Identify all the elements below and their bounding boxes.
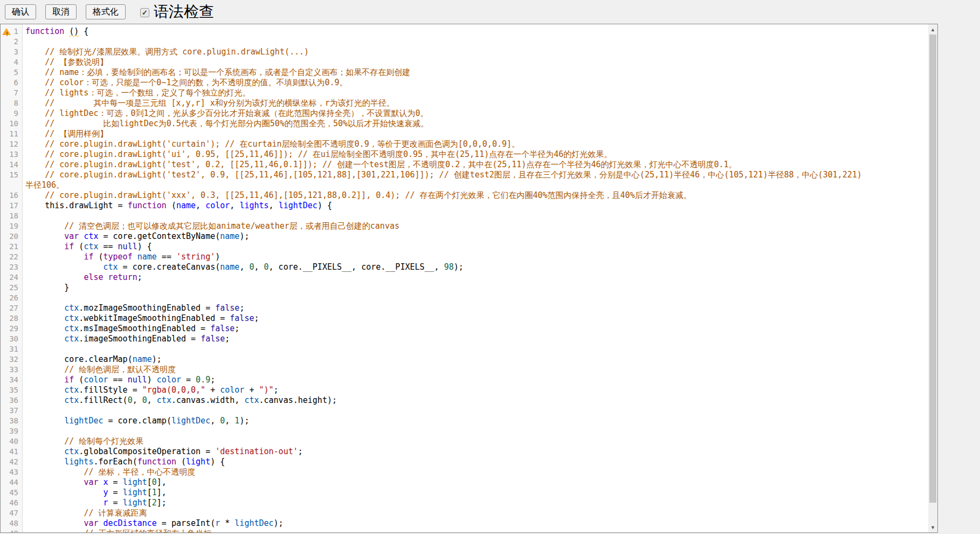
code-line[interactable]: 41 ctx.globalCompositeOperation = 'desti… <box>1 447 928 457</box>
code-line[interactable]: 18 <box>1 211 928 221</box>
code-line[interactable]: 16 // core.plugin.drawLight('xxx', 0.3, … <box>1 190 928 201</box>
code-line[interactable]: 9 // lightDec：可选，0到1之间，光从多少百分比才开始衰减（在此范围… <box>1 108 928 119</box>
format-button[interactable]: 格式化 <box>86 4 126 19</box>
code-text <box>23 426 928 436</box>
code-text: // color：可选，只能是一个0~1之间的数，为不透明度的值。不填则默认为0… <box>23 78 928 88</box>
code-line[interactable]: 14 // core.plugin.drawLight('test', 0.2,… <box>1 160 928 170</box>
syntax-check-label: 语法检查 <box>154 0 214 24</box>
line-gutter: 20 <box>1 231 23 242</box>
code-text: // 正方形区域的直径和左上角坐标 <box>23 529 928 533</box>
code-line[interactable]: 46 r = light[2]; <box>1 498 928 508</box>
line-gutter: 18 <box>1 211 23 221</box>
code-line[interactable]: 15 // core.plugin.drawLight('test2', 0.9… <box>1 170 928 190</box>
code-line[interactable]: 20 var ctx = core.getContextByName(name)… <box>1 231 928 242</box>
code-line[interactable]: 19 // 清空色调层；也可以修改成其它层比如animate/weather层，… <box>1 221 928 231</box>
line-number: 25 <box>9 283 18 293</box>
check-icon: ✓ <box>142 9 148 17</box>
line-gutter: 36 <box>1 395 23 406</box>
scrollbar-thumb[interactable] <box>929 35 936 503</box>
line-number: 33 <box>9 365 18 375</box>
code-line[interactable]: 4 // 【参数说明】 <box>1 57 928 67</box>
code-line[interactable]: 17 this.drawLight = function (name, colo… <box>1 201 928 211</box>
line-gutter: 39 <box>1 426 23 436</box>
syntax-check-checkbox[interactable]: ✓ <box>140 8 149 17</box>
code-line[interactable]: 34 if (color == null) color = 0.9; <box>1 375 928 385</box>
code-line[interactable]: 6 // color：可选，只能是一个0~1之间的数，为不透明度的值。不填则默认… <box>1 78 928 88</box>
line-gutter: 23 <box>1 262 23 272</box>
code-line[interactable]: 33 // 绘制色调层，默认不透明度 <box>1 365 928 375</box>
code-line[interactable]: 5 // name：必填，要绘制到的画布名；可以是一个系统画布，或者是个自定义画… <box>1 67 928 78</box>
code-text <box>23 406 928 416</box>
arrow-up-icon: ▲ <box>930 27 935 32</box>
code-line[interactable]: 8 // 其中每一项是三元组 [x,y,r] x和y分别为该灯光的横纵坐标，r为… <box>1 98 928 108</box>
line-gutter: 43 <box>1 467 23 477</box>
line-number: 1 <box>14 26 18 37</box>
code-line[interactable]: 12 // core.plugin.drawLight('curtain'); … <box>1 139 928 149</box>
code-editor[interactable]: 1function () {23 // 绘制灯光/漆黑层效果。调用方式 core… <box>0 24 938 533</box>
code-line[interactable]: 36 ctx.fillRect(0, 0, ctx.canvas.width, … <box>1 395 928 406</box>
line-gutter: 12 <box>1 139 23 149</box>
code-line[interactable]: 21 if (ctx == null) { <box>1 242 928 252</box>
code-line[interactable]: 35 ctx.fillStyle = "rgba(0,0,0," + color… <box>1 385 928 395</box>
code-text: // core.plugin.drawLight('test2', 0.9, [… <box>23 170 928 190</box>
code-lines[interactable]: 1function () {23 // 绘制灯光/漆黑层效果。调用方式 core… <box>1 26 928 533</box>
line-gutter: 45 <box>1 488 23 498</box>
line-gutter: 49 <box>1 529 23 533</box>
line-gutter: 31 <box>1 344 23 354</box>
code-line[interactable]: 49 // 正方形区域的直径和左上角坐标 <box>1 529 928 533</box>
scroll-down-button[interactable]: ▼ <box>928 523 937 532</box>
code-line[interactable]: 42 lights.forEach(function (light) { <box>1 457 928 467</box>
scroll-up-button[interactable]: ▲ <box>928 25 937 34</box>
code-text: // 绘制灯光/漆黑层效果。调用方式 core.plugin.drawLight… <box>23 47 928 57</box>
code-line[interactable]: 30 ctx.imageSmoothingEnabled = false; <box>1 334 928 344</box>
line-number: 27 <box>9 303 18 313</box>
code-text: if (ctx == null) { <box>23 242 928 252</box>
code-text: var decDistance = parseInt(r * lightDec)… <box>23 518 928 529</box>
code-text: else return; <box>23 272 928 283</box>
code-line[interactable]: 25 } <box>1 283 928 293</box>
line-number: 35 <box>9 385 18 395</box>
code-line[interactable]: 11 // 【调用样例】 <box>1 129 928 139</box>
code-line[interactable]: 32 core.clearMap(name); <box>1 354 928 365</box>
code-line[interactable]: 40 // 绘制每个灯光效果 <box>1 436 928 447</box>
vertical-scrollbar[interactable]: ▲ ▼ <box>928 24 937 532</box>
code-line[interactable]: 1function () { <box>1 26 928 37</box>
line-number: 38 <box>9 416 18 426</box>
code-line[interactable]: 22 if (typeof name == 'string') <box>1 252 928 262</box>
line-gutter: 19 <box>1 221 23 231</box>
code-line[interactable]: 29 ctx.msImageSmoothingEnabled = false; <box>1 324 928 334</box>
code-line[interactable]: 24 else return; <box>1 272 928 283</box>
code-line[interactable]: 48 var decDistance = parseInt(r * lightD… <box>1 518 928 529</box>
code-line[interactable]: 26 <box>1 293 928 303</box>
line-gutter: 3 <box>1 47 23 57</box>
code-line[interactable]: 13 // core.plugin.drawLight('ui', 0.95, … <box>1 149 928 160</box>
line-gutter: 33 <box>1 365 23 375</box>
code-line[interactable]: 28 ctx.webkitImageSmoothingEnabled = fal… <box>1 313 928 324</box>
code-line[interactable]: 44 var x = light[0], <box>1 477 928 488</box>
code-line[interactable]: 10 // 比如lightDec为0.5代表，每个灯光部分内圈50%的范围全亮，… <box>1 119 928 129</box>
cancel-button[interactable]: 取消 <box>45 4 77 19</box>
code-line[interactable]: 31 <box>1 344 928 354</box>
code-text: // 比如lightDec为0.5代表，每个灯光部分内圈50%的范围全亮，50%… <box>23 119 928 129</box>
code-line[interactable]: 38 lightDec = core.clamp(lightDec, 0, 1)… <box>1 416 928 426</box>
code-text: ctx.msImageSmoothingEnabled = false; <box>23 324 928 334</box>
code-text: // lights：可选，一个数组，定义了每个独立的灯光。 <box>23 88 928 98</box>
confirm-button[interactable]: 确认 <box>5 4 36 19</box>
code-line[interactable]: 43 // 坐标，半径，中心不透明度 <box>1 467 928 477</box>
line-gutter: 15 <box>1 170 23 190</box>
line-gutter: 32 <box>1 354 23 365</box>
line-gutter: 44 <box>1 477 23 488</box>
code-line[interactable]: 3 // 绘制灯光/漆黑层效果。调用方式 core.plugin.drawLig… <box>1 47 928 57</box>
line-gutter: 30 <box>1 334 23 344</box>
line-gutter: 14 <box>1 160 23 170</box>
code-line[interactable]: 7 // lights：可选，一个数组，定义了每个独立的灯光。 <box>1 88 928 98</box>
code-line[interactable]: 37 <box>1 406 928 416</box>
code-line[interactable]: 45 y = light[1], <box>1 488 928 498</box>
line-number: 6 <box>14 78 18 88</box>
code-line[interactable]: 23 ctx = core.createCanvas(name, 0, 0, c… <box>1 262 928 272</box>
line-number: 20 <box>9 231 18 242</box>
code-line[interactable]: 39 <box>1 426 928 436</box>
code-line[interactable]: 2 <box>1 37 928 47</box>
code-line[interactable]: 47 // 计算衰减距离 <box>1 508 928 518</box>
code-line[interactable]: 27 ctx.mozImageSmoothingEnabled = false; <box>1 303 928 313</box>
